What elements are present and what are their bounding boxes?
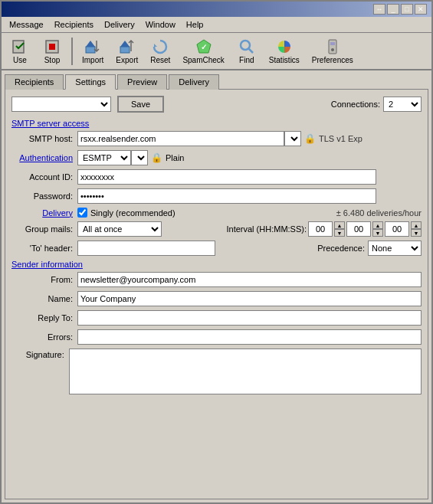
spamcheck-label: SpamCheck (182, 56, 224, 64)
toolbar-spamcheck[interactable]: ✓ SpamCheck (177, 35, 229, 67)
spamcheck-icon: ✓ (195, 38, 213, 56)
auth-subtype-dropdown[interactable] (131, 150, 148, 165)
menu-bar: Message Recipients Delivery Window Help (2, 17, 431, 33)
hh-up[interactable]: ▲ (334, 221, 345, 229)
connections-dropdown[interactable]: 2 (383, 97, 422, 112)
tab-delivery[interactable]: Delivery (169, 74, 219, 90)
mm-spinners: ▲ ▼ (372, 221, 383, 237)
toolbar-stop[interactable]: Stop (37, 35, 67, 67)
group-mails-row: Group mails: All at once Interval (HH:MM… (11, 221, 422, 237)
save-button[interactable]: Save (117, 96, 164, 113)
tab-preview[interactable]: Preview (117, 74, 167, 90)
toolbar: Use Stop Import Export Reset (2, 33, 431, 70)
reply-to-row: Reply To: (11, 310, 422, 326)
from-input[interactable] (77, 272, 422, 287)
reply-to-input[interactable] (77, 310, 422, 326)
preferences-icon (323, 38, 342, 56)
statistics-icon (275, 38, 294, 56)
profile-dropdown[interactable] (11, 97, 111, 112)
precedence-label: Precedence: (317, 244, 365, 253)
to-header-row: 'To' header: Precedence: None (11, 241, 422, 256)
smtp-host-dropdown[interactable] (284, 131, 301, 146)
menu-help[interactable]: Help (182, 18, 208, 31)
singly-checkbox[interactable] (77, 208, 87, 218)
tab-recipients[interactable]: Recipients (5, 74, 64, 90)
top-row: Save Connections: 2 (11, 96, 422, 113)
title-bar: ↔ _ □ ✕ (2, 2, 431, 17)
auth-type-dropdown[interactable]: ESMTP (77, 150, 131, 165)
title-bar-controls: ↔ _ □ ✕ (373, 4, 427, 15)
menu-window[interactable]: Window (141, 18, 180, 31)
password-row: Password: (11, 188, 422, 204)
smtp-host-input[interactable] (77, 131, 284, 146)
toolbar-reset[interactable]: Reset (145, 35, 175, 67)
name-input[interactable] (77, 291, 422, 306)
account-id-input[interactable] (77, 169, 376, 185)
errors-label: Errors: (11, 332, 73, 342)
svg-marker-9 (154, 44, 157, 47)
hh-down[interactable]: ▼ (334, 229, 345, 237)
interval-ss[interactable] (385, 221, 409, 237)
arrow-btn[interactable]: ↔ (373, 4, 385, 15)
close-btn[interactable]: ✕ (415, 4, 427, 15)
find-icon (238, 38, 256, 56)
toolbar-export[interactable]: Export (110, 35, 143, 67)
group-mails-dropdown[interactable]: All at once (77, 221, 162, 237)
delivery-label[interactable]: Delivery (11, 208, 73, 218)
signature-textarea[interactable] (69, 349, 422, 394)
precedence-dropdown[interactable]: None (368, 241, 422, 256)
toolbar-statistics[interactable]: Statistics (264, 35, 305, 67)
menu-recipients[interactable]: Recipients (50, 18, 98, 31)
password-input[interactable] (77, 188, 376, 204)
smtp-host-row: SMTP host: 🔒 TLS v1 Exp (11, 131, 422, 146)
auth-lock-icon: 🔒 (151, 152, 162, 163)
account-id-row: Account ID: (11, 169, 422, 185)
toolbar-sep-1 (71, 38, 73, 65)
toolbar-use[interactable]: Use (5, 35, 35, 67)
use-label: Use (13, 56, 27, 64)
toolbar-import[interactable]: Import (77, 35, 109, 67)
smtp-section: SMTP server access SMTP host: 🔒 TLS v1 E… (11, 119, 422, 204)
interval-mm[interactable] (346, 221, 371, 237)
account-id-label: Account ID: (11, 172, 73, 182)
ss-up[interactable]: ▲ (411, 221, 422, 229)
preferences-label: Preferences (312, 56, 353, 64)
from-label: From: (11, 275, 73, 284)
signature-row: Signature: (11, 349, 422, 394)
menu-message[interactable]: Message (5, 18, 48, 31)
to-header-input[interactable] (77, 241, 215, 256)
tab-settings[interactable]: Settings (65, 74, 116, 90)
minimize-btn[interactable]: _ (387, 4, 399, 15)
menu-delivery[interactable]: Delivery (100, 18, 139, 31)
svg-rect-15 (330, 42, 335, 45)
interval-hh[interactable] (308, 221, 333, 237)
mm-down[interactable]: ▼ (372, 229, 383, 237)
errors-row: Errors: (11, 329, 422, 345)
stop-icon (43, 38, 61, 56)
ss-down[interactable]: ▼ (411, 229, 422, 237)
delivery-rate: ± 6.480 deliveries/hour (336, 208, 422, 218)
sender-section-link[interactable]: Sender information (11, 260, 422, 269)
smtp-host-label: SMTP host: (11, 134, 73, 143)
errors-input[interactable] (77, 329, 422, 345)
settings-panel: Save Connections: 2 SMTP server access S… (5, 89, 428, 499)
maximize-btn[interactable]: □ (401, 4, 413, 15)
svg-text:✓: ✓ (201, 43, 207, 51)
reset-label: Reset (150, 56, 170, 64)
svg-rect-2 (49, 44, 55, 50)
svg-rect-14 (329, 40, 336, 54)
toolbar-find[interactable]: Find (231, 35, 262, 67)
auth-row: Authentication ESMTP 🔒 Plain (11, 150, 422, 165)
import-icon (84, 38, 102, 56)
svg-point-12 (241, 41, 250, 50)
connections-label: Connections: (331, 100, 380, 109)
smtp-section-link[interactable]: SMTP server access (11, 119, 422, 128)
import-label: Import (82, 56, 103, 64)
mm-up[interactable]: ▲ (372, 221, 383, 229)
auth-label[interactable]: Authentication (11, 153, 73, 162)
svg-rect-0 (13, 41, 24, 53)
stop-label: Stop (44, 56, 61, 64)
tabs-bar: Recipients Settings Preview Delivery (2, 70, 431, 89)
toolbar-preferences[interactable]: Preferences (307, 35, 359, 67)
svg-line-13 (248, 49, 253, 54)
